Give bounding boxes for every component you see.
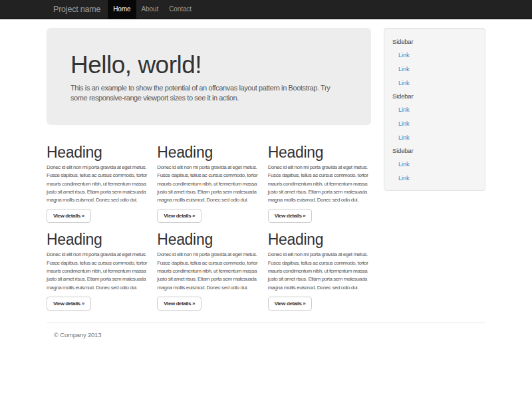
- footer-divider: [47, 323, 485, 323]
- sidebar: Sidebar Link Link Link Sidebar Link Link…: [384, 28, 485, 191]
- sidebar-well: Sidebar Link Link Link Sidebar Link Link…: [384, 28, 485, 191]
- main-column: Hello, world! This is an example to show…: [47, 28, 371, 319]
- sidebar-link[interactable]: Link: [392, 76, 477, 90]
- view-details-button[interactable]: View details »: [47, 209, 91, 223]
- view-details-button[interactable]: View details »: [47, 297, 91, 311]
- article-card: Heading Donec id elit non mi porta gravi…: [157, 231, 260, 310]
- article-heading: Heading: [268, 231, 371, 248]
- view-details-button[interactable]: View details »: [157, 209, 201, 223]
- footer: © Company 2013: [47, 331, 485, 338]
- nav-item-contact[interactable]: Contact: [164, 0, 197, 19]
- article-card: Heading Donec id elit non mi porta gravi…: [47, 144, 150, 223]
- sidebar-group-title: Sidebar: [392, 35, 477, 48]
- view-details-button[interactable]: View details »: [268, 209, 313, 223]
- article-card: Heading Donec id elit non mi porta gravi…: [268, 231, 371, 310]
- article-card: Heading Donec id elit non mi porta gravi…: [157, 144, 260, 223]
- nav-item-home[interactable]: Home: [108, 0, 136, 19]
- sidebar-link[interactable]: Link: [392, 171, 477, 185]
- article-body: Donec id elit non mi porta gravida at eg…: [157, 164, 258, 204]
- article-row-1: Heading Donec id elit non mi porta gravi…: [47, 144, 371, 223]
- article-body: Donec id elit non mi porta gravida at eg…: [47, 251, 148, 291]
- article-heading: Heading: [157, 231, 260, 248]
- article-row-2: Heading Donec id elit non mi porta gravi…: [47, 231, 371, 310]
- article-body: Donec id elit non mi porta gravida at eg…: [268, 164, 369, 204]
- sidebar-link[interactable]: Link: [392, 116, 477, 130]
- navbar-menu: Home About Contact: [108, 0, 197, 19]
- content-row: Hello, world! This is an example to show…: [47, 28, 485, 319]
- sidebar-link[interactable]: Link: [392, 48, 477, 62]
- article-heading: Heading: [47, 231, 150, 248]
- view-details-button[interactable]: View details »: [157, 297, 201, 311]
- navbar-brand[interactable]: Project name: [47, 0, 107, 19]
- jumbotron-description: This is an example to show the potential…: [70, 83, 331, 104]
- page-title: Hello, world!: [70, 52, 347, 79]
- sidebar-link[interactable]: Link: [392, 157, 477, 171]
- article-body: Donec id elit non mi porta gravida at eg…: [268, 251, 369, 291]
- navbar-inner: Project name Home About Contact: [47, 0, 485, 19]
- article-heading: Heading: [157, 144, 260, 161]
- sidebar-group-title: Sidebar: [392, 144, 477, 157]
- nav-item-about[interactable]: About: [136, 0, 164, 19]
- article-body: Donec id elit non mi porta gravida at eg…: [157, 251, 258, 291]
- sidebar-link[interactable]: Link: [392, 102, 477, 116]
- article-heading: Heading: [47, 144, 150, 161]
- sidebar-link[interactable]: Link: [392, 62, 477, 76]
- navbar: Project name Home About Contact: [0, 0, 532, 19]
- page-container: Hello, world! This is an example to show…: [47, 28, 485, 338]
- view-details-button[interactable]: View details »: [268, 297, 313, 311]
- article-card: Heading Donec id elit non mi porta gravi…: [268, 144, 371, 223]
- article-heading: Heading: [268, 144, 371, 161]
- copyright-text: © Company 2013: [47, 331, 485, 338]
- article-card: Heading Donec id elit non mi porta gravi…: [47, 231, 150, 310]
- sidebar-group-title: Sidebar: [392, 90, 477, 102]
- sidebar-link[interactable]: Link: [392, 130, 477, 144]
- article-body: Donec id elit non mi porta gravida at eg…: [47, 164, 148, 204]
- jumbotron: Hello, world! This is an example to show…: [47, 28, 371, 125]
